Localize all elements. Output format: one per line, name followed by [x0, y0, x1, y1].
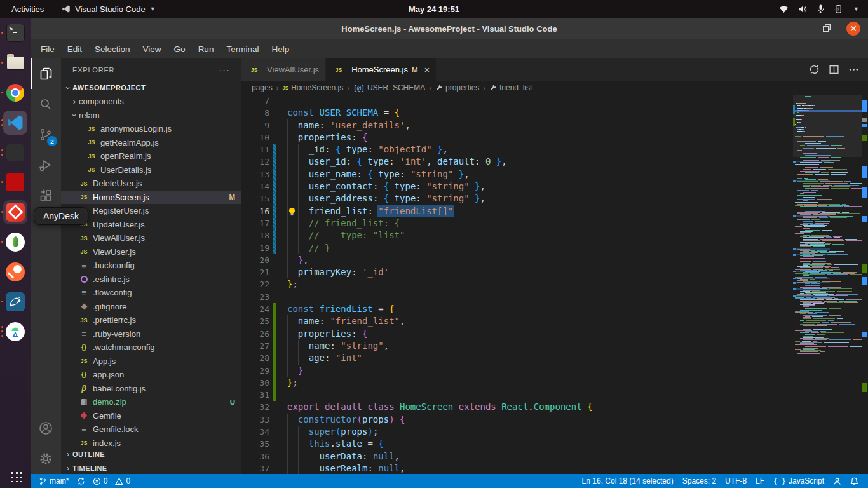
explorer-icon[interactable]: [31, 58, 61, 89]
status-encoding[interactable]: UTF-8: [722, 474, 750, 488]
code-line-8[interactable]: 8const USER_SCHEMA = {: [241, 107, 793, 119]
code-line-33[interactable]: 33 constructor(props) {: [241, 414, 793, 426]
file-getrealmapp-js[interactable]: getRealmApp.js: [61, 136, 241, 150]
run-debug-icon[interactable]: [31, 150, 61, 180]
file-babel-config-js[interactable]: babel.config.js: [61, 382, 241, 396]
dock-item-files[interactable]: [0, 48, 31, 78]
code-line-30[interactable]: 30};: [241, 377, 793, 389]
menu-view[interactable]: View: [137, 42, 168, 57]
project-root-row[interactable]: › AWESOMEPROJECT: [61, 81, 241, 95]
status-indentation[interactable]: Spaces: 2: [679, 474, 719, 488]
file-prettierrc-js[interactable]: .prettierrc.js: [61, 313, 241, 327]
dock-item-android[interactable]: [0, 316, 31, 346]
status-eol[interactable]: LF: [752, 474, 768, 488]
restore-button[interactable]: [818, 22, 832, 36]
menu-selection[interactable]: Selection: [88, 42, 137, 57]
dock-item-chrome[interactable]: [0, 78, 31, 107]
code-line-29[interactable]: 29 }: [241, 365, 793, 377]
breadcrumb-properties[interactable]: properties: [435, 83, 479, 92]
code-line-22[interactable]: 22};: [241, 278, 793, 290]
code-line-9[interactable]: 9 name: 'user_details',: [241, 119, 793, 132]
file-gemfile-lock[interactable]: Gemfile.lock: [61, 423, 241, 437]
tab-viewalluser-js[interactable]: ViewAllUser.js: [241, 58, 326, 81]
file-eslintrc-js[interactable]: .eslintrc.js: [61, 273, 241, 287]
dock-item-postman[interactable]: [0, 257, 31, 287]
lightbulb-icon[interactable]: [288, 207, 296, 216]
file-index-js[interactable]: index.js: [61, 437, 241, 447]
file-app-js[interactable]: App.js: [61, 355, 241, 369]
file-viewalluser-js[interactable]: ViewAllUser.js: [61, 231, 241, 245]
folder-components[interactable]: ›components: [61, 95, 241, 109]
code-line-28[interactable]: 28 age: "int": [241, 352, 793, 364]
code-line-7[interactable]: 7: [241, 95, 793, 107]
file-flowconfig[interactable]: .flowconfig: [61, 286, 241, 300]
more-actions-icon[interactable]: ···: [219, 64, 230, 75]
menu-terminal[interactable]: Terminal: [220, 42, 265, 57]
dock-item-filezilla[interactable]: [0, 167, 31, 197]
breadcrumb-friend-list[interactable]: friend_list: [489, 83, 532, 92]
status-notifications[interactable]: [847, 474, 862, 488]
code-line-18[interactable]: 18 // type: "list": [241, 229, 793, 241]
settings-gear-icon[interactable]: [31, 444, 61, 474]
code-line-13[interactable]: 13 user_name: { type: "string" },: [241, 168, 793, 180]
file-app-json[interactable]: app.json: [61, 368, 241, 382]
code-line-31[interactable]: 31: [241, 389, 793, 401]
window-title-bar[interactable]: HomeScreen.js - AwesomeProject - Visual …: [31, 18, 868, 39]
code-line-34[interactable]: 34 super(props);: [241, 426, 793, 438]
file-anonymouslogin-js[interactable]: anonymousLogin.js: [61, 122, 241, 136]
more-actions-icon[interactable]: [848, 64, 859, 75]
code-line-26[interactable]: 26 properties: {: [241, 328, 793, 340]
close-button[interactable]: ✕: [846, 22, 860, 36]
code-line-17[interactable]: 17 // friend_list: {: [241, 217, 793, 229]
source-control-icon[interactable]: 2: [31, 119, 61, 150]
folder-relam[interactable]: ›relam: [61, 109, 241, 123]
status-language-mode[interactable]: { }JavaScript: [770, 474, 827, 488]
code-line-16[interactable]: 16 friend_list: "friendList[]": [241, 205, 793, 217]
search-icon[interactable]: [31, 89, 61, 119]
tab-homescreen-js[interactable]: HomeScreen.jsM×: [326, 58, 437, 81]
menu-go[interactable]: Go: [168, 42, 192, 57]
code-line-36[interactable]: 36 userData: null,: [241, 451, 793, 463]
file-gemfile[interactable]: Gemfile: [61, 409, 241, 423]
file-gitignore[interactable]: .gitignore: [61, 300, 241, 314]
file-ruby-version[interactable]: .ruby-version: [61, 327, 241, 341]
open-changes-icon[interactable]: [809, 64, 820, 75]
minimize-button[interactable]: —: [790, 22, 804, 36]
app-indicator[interactable]: Visual Studio Code ▼: [55, 4, 161, 14]
dock-item-terminal[interactable]: [0, 18, 31, 48]
file-openrealm-js[interactable]: openRealm.js: [61, 149, 241, 163]
code-line-35[interactable]: 35 this.state = {: [241, 438, 793, 450]
account-icon[interactable]: [31, 413, 61, 444]
file-watchmanconfig[interactable]: .watchmanconfig: [61, 341, 241, 355]
timeline-section[interactable]: › TIMELINE: [61, 461, 241, 474]
minimap[interactable]: [793, 95, 862, 474]
code-line-11[interactable]: 11 _id: { type: "objectId" },: [241, 144, 793, 156]
close-tab-icon[interactable]: ×: [424, 64, 430, 75]
dock-item-sublime[interactable]: [0, 137, 31, 167]
code-line-10[interactable]: 10 properties: {: [241, 132, 793, 144]
system-tray[interactable]: ▼: [779, 4, 868, 13]
dock-item-mysql[interactable]: [0, 287, 31, 316]
code-line-19[interactable]: 19 // }: [241, 242, 793, 254]
file-viewuser-js[interactable]: ViewUser.js: [61, 245, 241, 259]
file-buckconfig[interactable]: .buckconfig: [61, 259, 241, 273]
show-applications-button[interactable]: [0, 466, 31, 485]
code-line-14[interactable]: 14 user_contact: { type: "string" },: [241, 180, 793, 193]
menu-help[interactable]: Help: [265, 42, 295, 57]
breadcrumb-user-schema[interactable]: [@]USER_SCHEMA: [353, 83, 425, 92]
code-line-24[interactable]: 24const friendList = {: [241, 303, 793, 315]
outline-section[interactable]: › OUTLINE: [61, 447, 241, 461]
file-demo-zip[interactable]: demo.zipU: [61, 395, 241, 409]
dock-item-vscode[interactable]: [0, 107, 31, 137]
code-line-21[interactable]: 21 primaryKey: '_id': [241, 266, 793, 278]
status-sync[interactable]: [74, 474, 88, 488]
dock-item-anydesk[interactable]: [0, 197, 31, 227]
code-line-37[interactable]: 37 userRealm: null,: [241, 463, 793, 474]
menu-run[interactable]: Run: [192, 42, 220, 57]
file-deleteuser-js[interactable]: DeleteUser.js: [61, 177, 241, 191]
code-line-25[interactable]: 25 name: "friend_list",: [241, 315, 793, 327]
code-line-27[interactable]: 27 name: "string",: [241, 340, 793, 352]
code-editor[interactable]: 78const USER_SCHEMA = {9 name: 'user_det…: [241, 95, 793, 474]
status-cursor-position[interactable]: Ln 16, Col 18 (14 selected): [579, 474, 677, 488]
file-homescreen-js[interactable]: HomeScreen.jsM: [61, 191, 241, 205]
